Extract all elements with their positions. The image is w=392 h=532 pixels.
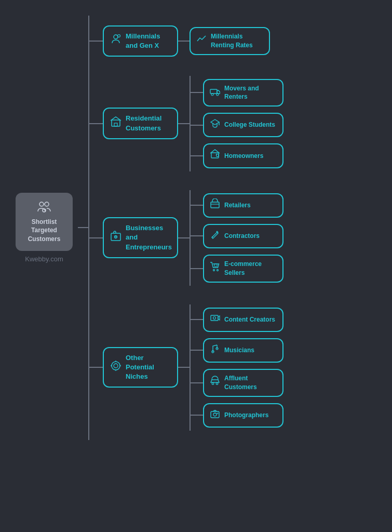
leaf-photographers: Photographers: [203, 403, 283, 428]
sub-arm-homeowners: [191, 155, 203, 156]
svg-rect-7: [210, 89, 217, 94]
leaf-label-affluent: Affluent Customers: [224, 374, 277, 392]
sub-row-college: College Students: [191, 110, 283, 140]
leaf-renting: Millennials Renting Rates: [190, 27, 270, 55]
leaf-musicians: Musicians: [203, 338, 283, 363]
affluent-icon: [209, 376, 221, 390]
svg-point-34: [212, 383, 214, 385]
residential-icon: [110, 116, 121, 131]
l1-label-niches: Other Potential Niches: [126, 353, 171, 382]
l1-node-millennials: Millennials and Gen X: [103, 25, 178, 57]
h-arm-4: [89, 367, 103, 368]
leaf-retailers: Retailers: [203, 193, 283, 218]
root-label: Shortlist Targeted Customers: [21, 218, 67, 244]
sub-row-retailers: Retailers: [191, 190, 283, 221]
h-arm-3: [89, 237, 103, 238]
sub-row-ecommerce: E-commerce Sellers: [191, 251, 283, 286]
children-millennials: Millennials Renting Rates: [190, 25, 270, 57]
branches-container: Millennials and Gen X M: [88, 16, 382, 440]
leaf-homeowners: Homeowners: [203, 143, 283, 168]
svg-point-20: [213, 270, 215, 271]
niches-icon: [110, 360, 121, 375]
h-conn-1: [178, 41, 190, 42]
svg-rect-38: [217, 413, 218, 414]
musicians-icon: [209, 343, 221, 357]
leaf-label-movers: Movers and Renters: [224, 84, 277, 102]
svg-point-24: [114, 364, 118, 368]
renting-icon: [196, 34, 207, 48]
leaf-label-content: Content Creators: [224, 315, 275, 324]
sub-arm-movers: [191, 92, 203, 93]
root-icon: [37, 200, 51, 215]
sub-tree-niches: Content Creators: [190, 304, 283, 431]
sub-arm-affluent: [191, 382, 203, 383]
sub-arm-photographers: [191, 415, 203, 416]
branch-businesses: Businesses and Entrepreneurs: [89, 181, 382, 295]
l1-node-niches: Other Potential Niches: [103, 347, 178, 388]
retailers-icon: [209, 198, 221, 212]
leaf-label-musicians: Musicians: [224, 346, 254, 355]
svg-point-21: [217, 270, 219, 271]
ecommerce-icon: [209, 261, 221, 275]
svg-line-13: [216, 154, 217, 155]
sub-row-musicians: Musicians: [191, 335, 283, 366]
svg-point-30: [213, 316, 216, 319]
h-conn-3: [178, 237, 190, 238]
leaf-label-photographers: Photographers: [224, 411, 268, 420]
child-renting: Millennials Renting Rates: [190, 25, 270, 57]
svg-rect-6: [114, 123, 117, 126]
h-arm-2: [89, 123, 103, 124]
sub-arm-retailers: [191, 205, 203, 206]
l1-node-residential: Residential Customers: [103, 108, 178, 139]
main-trunk-h: [78, 227, 88, 228]
svg-point-1: [45, 202, 49, 206]
college-icon: [209, 118, 221, 132]
svg-point-3: [114, 35, 118, 39]
root-section: Shortlist Targeted Customers Kwebby.com: [10, 193, 78, 263]
leaf-label-college: College Students: [224, 121, 275, 129]
sub-row-homeowners: Homeowners: [191, 140, 283, 171]
sub-children-niches: Content Creators: [191, 304, 283, 431]
sub-children-residential: Movers and Renters: [191, 76, 283, 171]
svg-rect-11: [211, 153, 219, 158]
svg-rect-36: [211, 411, 219, 418]
branch-residential: Residential Customers: [89, 66, 382, 181]
watermark: Kwebby.com: [25, 255, 63, 263]
millennials-icon: [110, 33, 121, 48]
sub-row-photographers: Photographers: [191, 400, 283, 431]
root-node: Shortlist Targeted Customers: [16, 193, 73, 251]
l1-node-businesses: Businesses and Entrepreneurs: [103, 217, 178, 258]
leaf-label-homeowners: Homeowners: [224, 152, 263, 161]
movers-icon: [209, 86, 221, 100]
leaf-label-ecommerce: E-commerce Sellers: [224, 260, 277, 277]
svg-rect-22: [214, 264, 217, 267]
diagram-container: Shortlist Targeted Customers Kwebby.com: [5, 10, 387, 445]
branch-niches: Other Potential Niches: [89, 295, 382, 440]
leaf-movers: Movers and Renters: [203, 79, 283, 107]
sub-row-affluent: Affluent Customers: [191, 366, 283, 400]
sub-row-contractors: Contractors: [191, 221, 283, 251]
sub-arm-contractors: [191, 235, 203, 236]
h-arm-1: [89, 41, 103, 42]
svg-rect-17: [211, 202, 219, 208]
l1-label-millennials: Millennials and Gen X: [126, 32, 171, 50]
sub-row-content: Content Creators: [191, 304, 283, 335]
svg-point-37: [213, 413, 217, 416]
svg-point-23: [112, 362, 120, 370]
h-conn-4: [178, 367, 190, 368]
svg-point-35: [216, 383, 218, 385]
l1-label-residential: Residential Customers: [126, 114, 171, 132]
l1-branches: Millennials and Gen X M: [89, 16, 382, 440]
sub-arm-college: [191, 125, 203, 126]
businesses-icon: [110, 230, 121, 245]
h-conn-2: [178, 123, 190, 124]
sub-arm-content: [191, 319, 203, 320]
leaf-contractors: Contractors: [203, 224, 283, 248]
l1-label-businesses: Businesses and Entrepreneurs: [126, 223, 172, 252]
content-icon: [209, 313, 221, 327]
sub-row-movers: Movers and Renters: [191, 76, 283, 110]
contractors-icon: [209, 229, 221, 243]
branch-millennials: Millennials and Gen X M: [89, 16, 382, 66]
homeowners-icon: [209, 149, 221, 163]
leaf-ecommerce: E-commerce Sellers: [203, 255, 283, 283]
